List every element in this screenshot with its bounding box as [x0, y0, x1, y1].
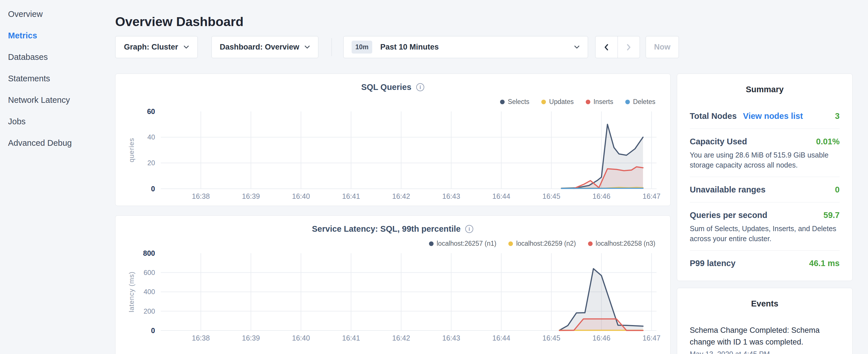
- legend-label: localhost:26259 (n2): [516, 240, 576, 248]
- sidebar-item-statements[interactable]: Statements: [0, 68, 115, 89]
- legend-item: Selects: [500, 98, 529, 106]
- next-time-button[interactable]: [618, 36, 640, 58]
- x-axis-tick: 16:38: [192, 192, 210, 200]
- page-title: Overview Dashboard: [115, 14, 244, 29]
- summary-row-description: You are using 28.6 MiB of 515.9 GiB usab…: [690, 150, 840, 170]
- info-icon[interactable]: i: [465, 225, 474, 233]
- chevron-left-icon: [603, 43, 610, 52]
- summary-row-value: 0.01%: [816, 137, 840, 147]
- sidebar-item-advanced-debug[interactable]: Advanced Debug: [0, 132, 115, 154]
- event-message: Schema Change Completed: Schema change w…: [690, 324, 840, 348]
- x-axis-tick: 16:46: [592, 192, 610, 200]
- y-axis-label: latency (ms): [127, 271, 135, 313]
- legend-item: Deletes: [625, 98, 655, 106]
- chevron-right-icon: [626, 43, 632, 52]
- legend-dot-icon: [429, 242, 434, 246]
- sidebar-item-overview[interactable]: Overview: [0, 3, 115, 25]
- x-axis-tick: 16:42: [392, 334, 410, 342]
- summary-title: Summary: [690, 85, 840, 94]
- summary-row-value: 59.7: [824, 211, 840, 220]
- svg-text:i: i: [420, 85, 421, 90]
- legend-dot-icon: [508, 242, 513, 246]
- time-window-badge: 10m: [351, 41, 372, 54]
- summary-divider: [690, 250, 840, 251]
- x-axis-tick: 16:39: [242, 192, 260, 200]
- x-axis-tick: 16:43: [442, 334, 460, 342]
- sidebar-item-jobs[interactable]: Jobs: [0, 111, 115, 132]
- y-axis-tick: 60: [121, 107, 155, 116]
- events-panel: Events Schema Change Completed: Schema c…: [677, 288, 852, 354]
- x-axis-tick: 16:45: [542, 334, 560, 342]
- y-axis-tick: 200: [121, 307, 155, 315]
- chart-plot-area: [161, 253, 656, 330]
- now-button[interactable]: Now: [646, 36, 679, 58]
- y-axis-tick: 0: [121, 326, 155, 335]
- events-list: Schema Change Completed: Schema change w…: [690, 324, 840, 354]
- view-nodes-list-link[interactable]: View nodes list: [743, 111, 803, 121]
- sidebar: OverviewMetricsDatabasesStatementsNetwor…: [0, 0, 115, 154]
- x-axis-tick: 16:46: [592, 334, 610, 342]
- graph-selector-dropdown[interactable]: Graph: Cluster: [115, 36, 198, 58]
- x-axis-tick: 16:45: [542, 192, 560, 200]
- legend-dot-icon: [500, 100, 505, 104]
- y-axis-tick: 600: [121, 269, 155, 277]
- events-title: Events: [690, 299, 840, 309]
- summary-divider: [690, 202, 840, 202]
- y-axis-tick: 800: [121, 249, 155, 257]
- event-timestamp: May 13, 2020 at 4:45 PM: [690, 350, 840, 354]
- x-axis-tick: 16:40: [292, 334, 310, 342]
- legend-dot-icon: [588, 242, 593, 246]
- now-button-label: Now: [654, 43, 671, 52]
- summary-row-label: Capacity Used: [690, 137, 747, 147]
- legend-label: Inserts: [593, 98, 613, 106]
- previous-time-button[interactable]: [595, 36, 618, 58]
- sidebar-item-metrics[interactable]: Metrics: [0, 25, 115, 46]
- summary-row: P99 latency46.1 ms: [690, 257, 840, 269]
- chart-header: SQL Queriesi: [116, 83, 670, 92]
- legend-label: Deletes: [633, 98, 655, 106]
- legend-dot-icon: [625, 100, 630, 104]
- time-window-label: Past 10 Minutes: [380, 43, 439, 52]
- time-window-dropdown[interactable]: 10m Past 10 Minutes: [343, 36, 588, 58]
- legend-label: Updates: [549, 98, 574, 106]
- graph-selector-label: Graph: Cluster: [124, 43, 178, 52]
- y-axis-label: queries: [127, 138, 135, 162]
- sidebar-item-network-latency[interactable]: Network Latency: [0, 89, 115, 111]
- x-axis-tick: 16:47: [643, 334, 660, 342]
- summary-row-value: 0: [835, 185, 840, 194]
- summary-rows: Total NodesView nodes list3Capacity Used…: [690, 110, 840, 269]
- chevron-down-icon: [183, 45, 189, 49]
- x-axis-tick: 16:41: [342, 334, 360, 342]
- info-icon[interactable]: i: [416, 83, 425, 92]
- summary-divider: [690, 177, 840, 177]
- overview-dashboard-page: { "sidebar": { "items": [ {"label": "Ove…: [0, 0, 868, 354]
- chart-title: SQL Queries: [361, 83, 411, 92]
- legend-label: Selects: [508, 98, 529, 106]
- summary-row: Total NodesView nodes list3: [690, 110, 840, 122]
- legend-dot-icon: [586, 100, 590, 104]
- sidebar-item-databases[interactable]: Databases: [0, 46, 115, 68]
- dashboard-selector-dropdown[interactable]: Dashboard: Overview: [212, 36, 318, 58]
- legend-item: localhost:26258 (n3): [588, 240, 655, 248]
- summary-row-label: Unavailable ranges: [690, 185, 766, 194]
- sql-queries-chart-card: SQL QueriesiSelectsUpdatesInsertsDeletes…: [115, 74, 671, 206]
- summary-row-label: Total Nodes: [690, 111, 737, 121]
- dashboard-selector-label: Dashboard: Overview: [220, 43, 300, 52]
- chevron-down-icon: [304, 45, 310, 49]
- legend-item: localhost:26257 (n1): [429, 240, 496, 248]
- x-axis-tick: 16:38: [192, 334, 210, 342]
- summary-row-value: 3: [835, 111, 840, 121]
- x-axis-tick: 16:44: [492, 334, 510, 342]
- chart-svg: [161, 111, 656, 189]
- legend-item: localhost:26259 (n2): [508, 240, 576, 248]
- chart-legend: SelectsUpdatesInsertsDeletes: [500, 98, 655, 106]
- y-axis-tick: 0: [121, 185, 155, 193]
- summary-divider: [690, 129, 840, 129]
- x-axis-tick: 16:47: [643, 192, 660, 200]
- x-axis-tick: 16:41: [342, 192, 360, 200]
- summary-row: Unavailable ranges0: [690, 184, 840, 195]
- chart-plot-area: [161, 111, 656, 189]
- summary-row-value: 46.1 ms: [809, 259, 840, 268]
- x-axis-tick: 16:43: [442, 192, 460, 200]
- chart-svg: [161, 253, 656, 330]
